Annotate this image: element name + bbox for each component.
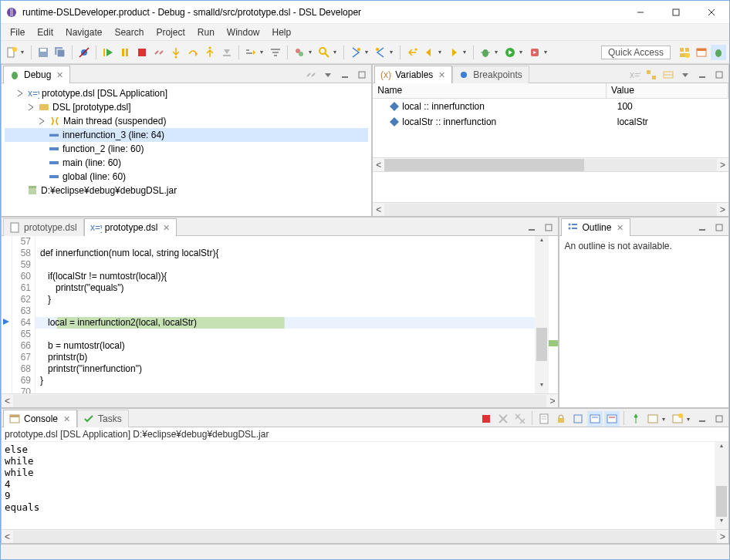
h-scrollbar[interactable]: <> (373, 202, 728, 216)
pin-console-icon[interactable] (628, 411, 644, 427)
back-icon[interactable] (421, 45, 437, 60)
tasks-tab[interactable]: Tasks (77, 410, 129, 427)
view-menu-icon[interactable] (678, 67, 693, 83)
stack-frame-0[interactable]: innerfunction_3 (line: 64) (5, 128, 368, 142)
stack-frame-2[interactable]: main (line: 60) (5, 156, 368, 170)
stack-frame-3[interactable]: global (line: 60) (5, 170, 368, 184)
tree-thread[interactable]: Main thread (suspended) (5, 114, 368, 128)
search-icon[interactable] (316, 45, 332, 60)
editor-tab-inactive[interactable]: prototype.dsl (3, 218, 84, 236)
clear-console-icon[interactable] (536, 411, 552, 427)
minimize-view-icon[interactable] (695, 411, 710, 427)
quick-access[interactable]: Quick Access (601, 46, 671, 59)
tree-process[interactable]: DSL [prototype.dsl] (5, 100, 368, 114)
dsl-perspective-icon[interactable] (694, 45, 709, 60)
close-icon[interactable]: ✕ (161, 223, 170, 233)
menu-project[interactable]: Project (150, 25, 191, 39)
menu-navigate[interactable]: Navigate (59, 25, 108, 39)
scroll-lock-icon[interactable] (553, 411, 569, 427)
console-output[interactable]: else while while 4 9 equals (2, 442, 715, 529)
close-button[interactable] (694, 1, 729, 24)
terminate-icon[interactable] (134, 45, 150, 60)
menu-search[interactable]: Search (108, 25, 150, 39)
menu-file[interactable]: File (4, 25, 31, 39)
debug-tab[interactable]: Debug ✕ (3, 66, 70, 83)
save-icon[interactable] (35, 45, 51, 60)
remove-launch-icon[interactable] (495, 411, 511, 427)
maximize-view-icon[interactable] (354, 67, 370, 83)
debug-icon[interactable] (478, 45, 493, 60)
create-dsl-icon[interactable] (292, 45, 307, 60)
new-icon[interactable] (4, 45, 19, 60)
vars-layout-icon[interactable] (661, 67, 676, 83)
prev-annotation-icon[interactable] (373, 45, 388, 60)
minimize-view-icon[interactable] (695, 67, 710, 83)
close-icon[interactable]: ✕ (54, 70, 63, 80)
minimize-view-icon[interactable] (337, 67, 353, 83)
view-menu-icon[interactable] (320, 67, 336, 83)
variable-row[interactable]: local :: innerfunction 100 (373, 99, 728, 114)
maximize-view-icon[interactable] (541, 220, 556, 235)
forward-icon[interactable] (446, 45, 461, 60)
v-scrollbar[interactable]: ▴▾ (715, 442, 728, 529)
editor-tab-active[interactable]: x=y prototype.dsl ✕ (84, 218, 177, 236)
type-names-icon[interactable]: x=y (627, 67, 642, 83)
variables-header[interactable]: Name Value (373, 83, 728, 99)
save-all-icon[interactable] (52, 45, 68, 60)
console-tab[interactable]: Console ✕ (3, 410, 77, 427)
maximize-view-icon[interactable] (711, 411, 727, 427)
disconnect-icon[interactable] (151, 45, 167, 60)
menu-run[interactable]: Run (191, 25, 221, 39)
minimize-view-icon[interactable] (695, 220, 710, 235)
tree-jar[interactable]: D:¥eclipse¥debug¥debugDSL.jar (5, 184, 368, 197)
drop-to-frame-icon[interactable] (219, 45, 235, 60)
next-annotation-icon[interactable] (348, 45, 363, 60)
use-step-filters-icon[interactable] (268, 45, 283, 60)
run-icon[interactable] (502, 45, 518, 60)
minimize-view-icon[interactable] (524, 220, 539, 235)
menu-help[interactable]: Help (266, 25, 298, 39)
last-edit-icon[interactable] (404, 45, 420, 60)
open-perspective-icon[interactable] (677, 45, 692, 60)
show-when-output-icon[interactable] (587, 411, 603, 427)
debug-toolbar-icon[interactable] (303, 67, 319, 83)
display-console-icon[interactable] (645, 411, 661, 427)
code-editor[interactable]: 5758596061626364656667686970 def innerfu… (2, 236, 558, 393)
new-dropdown[interactable]: ▾ (21, 49, 27, 56)
maximize-view-icon[interactable] (711, 220, 727, 235)
maximize-view-icon[interactable] (711, 67, 727, 83)
step-over-icon[interactable] (185, 45, 201, 60)
variables-tab[interactable]: (x)= Variables ✕ (374, 66, 452, 83)
close-icon[interactable]: ✕ (61, 414, 70, 424)
close-icon[interactable]: ✕ (436, 70, 445, 80)
step-into-icon[interactable] (168, 45, 184, 60)
word-wrap-icon[interactable] (570, 411, 586, 427)
maximize-button[interactable] (658, 1, 694, 24)
h-scrollbar[interactable]: <> (2, 393, 558, 407)
suspend-icon[interactable] (117, 45, 133, 60)
ext-tools-icon[interactable] (527, 45, 542, 60)
minimize-button[interactable] (623, 1, 658, 24)
overview-marker[interactable] (549, 340, 558, 346)
instruction-step-icon[interactable] (243, 45, 259, 60)
show-when-error-icon[interactable] (604, 411, 620, 427)
h-scrollbar[interactable]: <> (373, 157, 728, 171)
step-return-icon[interactable] (202, 45, 218, 60)
resume-icon[interactable] (100, 45, 116, 60)
menu-edit[interactable]: Edit (31, 25, 59, 39)
terminate-icon[interactable] (478, 411, 494, 427)
tree-launch[interactable]: x=yprototype.dsl [DSL Application] (5, 86, 368, 100)
v-scrollbar[interactable]: ▴▾ (535, 236, 549, 393)
breakpoints-tab[interactable]: Breakpoints (452, 66, 529, 83)
open-console-icon[interactable] (670, 411, 685, 427)
collapse-all-icon[interactable] (644, 67, 659, 83)
stack-frame-1[interactable]: function_2 (line: 60) (5, 142, 368, 156)
skip-breakpoints-icon[interactable] (76, 45, 92, 60)
menu-window[interactable]: Window (221, 25, 266, 39)
h-scrollbar[interactable]: <> (2, 529, 728, 543)
close-icon[interactable]: ✕ (614, 223, 624, 233)
remove-all-icon[interactable] (512, 411, 528, 427)
variable-row[interactable]: localStr :: innerfunction localStr (373, 114, 728, 130)
outline-tab[interactable]: Outline ✕ (561, 218, 630, 236)
debug-perspective-icon[interactable] (711, 45, 726, 60)
